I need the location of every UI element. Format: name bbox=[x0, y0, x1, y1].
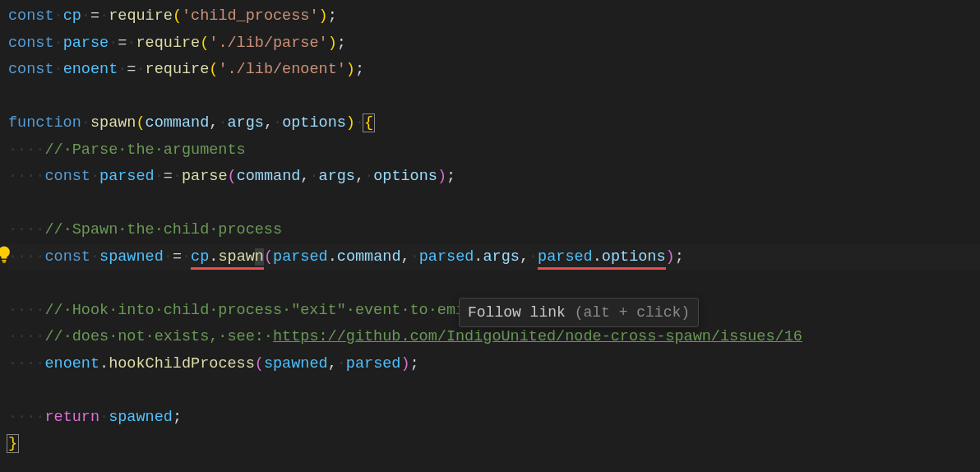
paren: ( bbox=[200, 35, 209, 52]
whitespace: · bbox=[127, 35, 136, 52]
operator: = bbox=[173, 248, 182, 266]
variable: parsed bbox=[419, 248, 474, 266]
code-editor[interactable]: const·cp·=·require('child_process'); con… bbox=[0, 0, 980, 458]
url-link[interactable]: https://github.com/IndigoUnited/node-cro… bbox=[273, 328, 802, 345]
method: hookChildProcess bbox=[109, 355, 255, 373]
code-line[interactable]: ····//·Parse·the·arguments bbox=[8, 137, 980, 164]
code-line[interactable]: const·cp·=·require('child_process'); bbox=[8, 3, 980, 30]
selection: n bbox=[255, 248, 264, 266]
paren: ( bbox=[255, 355, 264, 373]
indent: ···· bbox=[8, 248, 44, 266]
paren: ) bbox=[319, 7, 328, 25]
whitespace: · bbox=[81, 7, 90, 25]
keyword: const bbox=[8, 35, 54, 52]
error-underline[interactable]: parsed.options bbox=[538, 248, 665, 270]
tooltip-label: Follow link bbox=[468, 304, 566, 321]
code-line-empty[interactable] bbox=[8, 191, 980, 218]
whitespace: · bbox=[90, 168, 99, 185]
paren: ) bbox=[346, 61, 355, 78]
comment: //·does·not·exists,·see:· bbox=[44, 328, 273, 345]
parameter: command bbox=[146, 114, 210, 132]
tooltip-hint: (alt + click) bbox=[566, 304, 690, 321]
function-call: require bbox=[109, 7, 173, 25]
dot: . bbox=[99, 355, 109, 373]
whitespace: · bbox=[364, 168, 373, 185]
semicolon: ; bbox=[410, 355, 419, 373]
whitespace: · bbox=[118, 61, 127, 78]
variable: enoent bbox=[44, 355, 99, 373]
string: './lib/parse' bbox=[209, 35, 327, 52]
code-line[interactable]: ····enoent.hookChildProcess(spawned,·par… bbox=[8, 351, 980, 378]
brace-close: } bbox=[7, 434, 19, 453]
variable: options bbox=[373, 168, 437, 185]
whitespace: · bbox=[273, 114, 282, 132]
code-line[interactable]: ····//·Spawn·the·child·process bbox=[8, 217, 980, 244]
keyword: function bbox=[8, 114, 81, 132]
svg-rect-1 bbox=[2, 261, 6, 262]
code-line-active[interactable]: ····const·spawned·=·cp.spawn(parsed.comm… bbox=[8, 244, 980, 271]
code-line[interactable]: const·parse·=·require('./lib/parse'); bbox=[8, 30, 980, 58]
variable: cp bbox=[63, 7, 81, 25]
keyword: return bbox=[44, 409, 99, 426]
property: options bbox=[602, 248, 666, 266]
variable: parse bbox=[63, 35, 109, 52]
string: 'child_process' bbox=[182, 7, 319, 25]
comment: //·Spawn·the·child·process bbox=[44, 221, 282, 238]
paren: ( bbox=[173, 7, 182, 25]
function-call: require bbox=[136, 35, 200, 52]
code-line-empty[interactable] bbox=[8, 84, 980, 111]
comma: , bbox=[355, 168, 364, 185]
variable: parsed bbox=[538, 248, 593, 266]
keyword: const bbox=[44, 168, 90, 185]
whitespace: · bbox=[182, 248, 191, 266]
code-line[interactable]: const·enoent·=·require('./lib/enoent'); bbox=[8, 57, 980, 84]
whitespace: · bbox=[173, 168, 182, 185]
whitespace: · bbox=[529, 248, 538, 266]
variable: cp bbox=[191, 248, 209, 266]
variable: command bbox=[237, 168, 301, 185]
whitespace: · bbox=[218, 114, 227, 132]
operator: = bbox=[127, 61, 136, 78]
indent: ···· bbox=[8, 221, 44, 238]
function-call: parse bbox=[182, 168, 228, 185]
code-line[interactable]: ····return·spawned; bbox=[8, 405, 980, 432]
semicolon: ; bbox=[337, 35, 346, 52]
paren: ( bbox=[136, 114, 145, 132]
paren: ) bbox=[328, 35, 337, 52]
paren: ) bbox=[400, 355, 409, 373]
lightbulb-icon[interactable] bbox=[0, 245, 13, 263]
variable: parsed bbox=[346, 355, 401, 373]
dot: . bbox=[474, 248, 483, 266]
operator: = bbox=[118, 35, 127, 52]
code-line[interactable]: ····const·parsed·=·parse(command,·args,·… bbox=[8, 164, 980, 191]
whitespace: · bbox=[309, 168, 318, 185]
semicolon: ; bbox=[328, 7, 337, 25]
whitespace: · bbox=[109, 35, 118, 52]
keyword: const bbox=[8, 7, 54, 25]
error-underline[interactable]: cp.spawn bbox=[191, 248, 264, 270]
semicolon: ; bbox=[173, 409, 182, 426]
parameter: args bbox=[228, 114, 264, 132]
code-line[interactable]: ····//·does·not·exists,·see:·https://git… bbox=[8, 324, 980, 351]
function-name: spawn bbox=[90, 114, 136, 132]
comma: , bbox=[328, 355, 337, 373]
indent: ···· bbox=[8, 302, 44, 319]
whitespace: · bbox=[99, 7, 109, 25]
dot: . bbox=[209, 248, 218, 266]
semicolon: ; bbox=[675, 248, 684, 266]
paren: ) bbox=[437, 168, 446, 185]
whitespace: · bbox=[99, 409, 109, 426]
code-line[interactable]: function·spawn(command,·args,·options)·{ bbox=[8, 110, 980, 137]
whitespace: · bbox=[337, 355, 346, 373]
whitespace: · bbox=[410, 248, 419, 266]
variable: spawned bbox=[99, 248, 164, 266]
comma: , bbox=[520, 248, 529, 266]
paren: ( bbox=[264, 248, 273, 266]
dot: . bbox=[328, 248, 337, 266]
comment: //·Parse·the·arguments bbox=[44, 141, 245, 159]
parameter: options bbox=[282, 114, 346, 132]
code-line-empty[interactable] bbox=[8, 271, 980, 298]
paren: ( bbox=[209, 61, 218, 78]
code-line-empty[interactable] bbox=[8, 377, 980, 405]
code-line[interactable]: } bbox=[8, 431, 980, 458]
